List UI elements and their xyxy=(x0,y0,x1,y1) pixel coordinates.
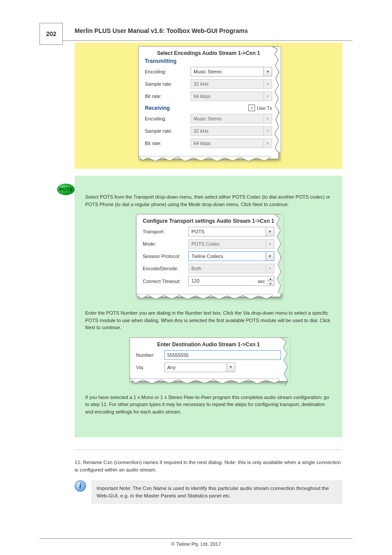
info-icon: i xyxy=(75,480,86,492)
encodings-card: Select Encodings Audio Stream 1->Cxn 1 T… xyxy=(138,46,279,159)
tx-encoding-value: Music Stereo xyxy=(191,67,263,76)
tx-bitrate-value: 64 kbps xyxy=(191,92,263,101)
encdec-select[interactable]: Both ▼ xyxy=(188,264,274,273)
session-select[interactable]: Tieline Codecs ▼ xyxy=(188,251,274,261)
destination-card: Enter Destination Audio Stream 1->Cxn 1 … xyxy=(129,337,288,381)
timeout-input[interactable]: 120 xyxy=(188,276,256,286)
tx-encoding-select[interactable]: Music Stereo ▼ xyxy=(191,67,272,76)
transport-value: POTS xyxy=(189,227,266,236)
torn-bottom-icon xyxy=(130,378,279,385)
spin-down-button[interactable]: ▼ xyxy=(267,281,274,286)
tx-encoding-label: Encoding: xyxy=(145,69,187,74)
chevron-down-icon: ▼ xyxy=(263,114,272,123)
footer: © Tieline Pty. Ltd. 2017 xyxy=(40,538,352,547)
check-icon: ✓ xyxy=(248,105,255,111)
torn-bottom-icon xyxy=(137,294,273,300)
number-value: 55555555 xyxy=(167,352,189,358)
page-header: 202 Merlin PLUS User Manual v1.6: Toolbo… xyxy=(40,18,352,41)
transport-label: Transport: xyxy=(143,229,185,234)
chevron-down-icon: ▼ xyxy=(263,92,272,101)
encdec-value: Both xyxy=(189,264,266,273)
use-tx-label: Use Tx xyxy=(257,105,272,111)
mode-value: POTS Codec xyxy=(189,239,266,248)
chevron-down-icon: ▼ xyxy=(266,264,274,273)
pots-panel: POTS Select POTS from the Transport drop… xyxy=(75,176,342,437)
torn-edge-icon xyxy=(281,338,290,386)
pots-badge: POTS xyxy=(57,184,75,195)
chevron-down-icon: ▼ xyxy=(227,363,235,372)
torn-edge-icon xyxy=(274,214,283,294)
chevron-down-icon: ▼ xyxy=(263,127,272,135)
tx-heading: Transmitting xyxy=(145,58,272,64)
rx-sample-select: 32 kHz ▼ xyxy=(191,126,272,136)
timeout-label: Connect Timeout: xyxy=(143,279,185,284)
page-number-box: 202 xyxy=(40,23,63,45)
step-section: 11. Rename Cxn (connection) names if req… xyxy=(75,450,342,504)
use-tx-checkbox[interactable]: ✓ Use Tx xyxy=(248,105,272,111)
number-input[interactable]: 55555555 xyxy=(164,350,281,360)
chevron-down-icon: ▼ xyxy=(263,139,272,148)
transport-card: Configure Transport settings Audio Strea… xyxy=(136,214,281,297)
tx-sample-select[interactable]: 32 kHz ▼ xyxy=(191,79,272,89)
via-select[interactable]: Any ▼ xyxy=(164,363,235,372)
pots-end-text: If you have selected a 1 x Mono or 1 x S… xyxy=(83,394,334,416)
timeout-value: 120 xyxy=(189,276,256,285)
encodings-panel: Select Encodings Audio Stream 1->Cxn 1 T… xyxy=(75,43,342,169)
pots-intro-text: Select POTS from the Transport drop-down… xyxy=(83,193,334,208)
torn-bottom-icon xyxy=(139,156,270,162)
number-label: Number: xyxy=(136,352,161,358)
timeout-unit: sec xyxy=(256,276,267,286)
session-value: Tieline Codecs xyxy=(189,252,266,261)
torn-edge-icon xyxy=(272,47,281,152)
session-label: Session Protocol: xyxy=(143,254,185,259)
via-label: Via: xyxy=(136,365,161,370)
tx-sample-value: 32 kHz xyxy=(191,80,263,88)
via-value: Any xyxy=(165,363,227,372)
rx-sample-label: Sample rate: xyxy=(145,128,187,134)
tx-sample-label: Sample rate: xyxy=(145,81,187,87)
rx-bitrate-select: 64 kbps ▼ xyxy=(191,138,272,148)
chevron-down-icon: ▼ xyxy=(263,67,272,76)
tx-bitrate-label: Bit rate: xyxy=(145,94,187,99)
encodings-title: Select Encodings Audio Stream 1->Cxn 1 xyxy=(145,50,272,56)
chevron-down-icon: ▼ xyxy=(263,80,272,88)
rx-encoding-select: Music Stereo ▼ xyxy=(191,114,272,123)
rx-bitrate-label: Bit rate: xyxy=(145,141,187,146)
destination-title: Enter Destination Audio Stream 1->Cxn 1 xyxy=(136,341,281,348)
rx-sample-value: 32 kHz xyxy=(191,127,263,135)
spin-up-button[interactable]: ▲ xyxy=(267,276,274,281)
rx-heading: Receiving xyxy=(145,105,170,111)
transport-select[interactable]: POTS ▼ xyxy=(188,227,274,236)
chevron-down-icon: ▼ xyxy=(266,239,274,248)
transport-title: Configure Transport settings Audio Strea… xyxy=(143,218,274,224)
rx-encoding-value: Music Stereo xyxy=(191,114,263,123)
page-title: Merlin PLUS User Manual v1.6: Toolbox We… xyxy=(75,27,248,34)
note-box: Important Note: The Cxn Name is used to … xyxy=(91,480,342,504)
mode-select[interactable]: POTS Codec ▼ xyxy=(188,239,274,249)
tx-bitrate-select[interactable]: 64 kbps ▼ xyxy=(191,91,272,101)
step-text: 11. Rename Cxn (connection) names if req… xyxy=(75,459,342,474)
rx-encoding-label: Encoding: xyxy=(145,116,187,121)
chevron-down-icon: ▼ xyxy=(266,227,274,236)
rx-bitrate-value: 64 kbps xyxy=(191,139,263,148)
pots-mid-text: Enter the POTS Number you are dialing in… xyxy=(83,309,334,331)
mode-label: Mode: xyxy=(143,241,185,247)
chevron-down-icon: ▼ xyxy=(266,252,274,261)
encdec-label: Encode/Decode: xyxy=(143,266,185,271)
